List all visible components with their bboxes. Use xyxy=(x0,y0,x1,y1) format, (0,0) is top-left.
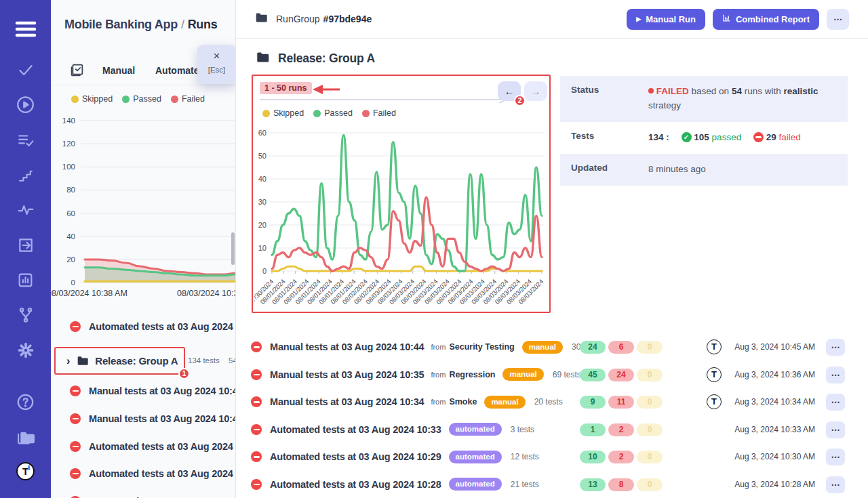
run-title[interactable]: Automated tests at 03 Aug 2024 10:29 xyxy=(270,451,441,462)
panel-scrollbar-thumb[interactable] xyxy=(231,232,235,265)
legend-label: Failed xyxy=(373,108,396,118)
run-row[interactable]: Automated tests at 03 Aug 2024 10:29 aut… xyxy=(251,443,845,471)
pulse-icon[interactable] xyxy=(0,199,51,222)
legend-item-failed[interactable]: Failed xyxy=(362,108,396,118)
gear-icon[interactable] xyxy=(0,339,51,362)
legend-item-passed[interactable]: Passed xyxy=(122,94,161,104)
run-more-button[interactable]: ⋯ xyxy=(826,476,845,493)
status-text: based on xyxy=(692,86,730,96)
run-type-badge: manual xyxy=(522,341,563,354)
run-more-button[interactable]: ⋯ xyxy=(826,449,845,465)
select-checklist-icon[interactable] xyxy=(70,63,84,80)
run-row[interactable]: Automated tests at 03 Aug 2024 10:33 aut… xyxy=(251,416,845,444)
play-circle-icon[interactable] xyxy=(0,93,51,116)
main-content: RunGroup #97bde94e ▶ Manual Run Combined… xyxy=(236,0,868,498)
sidebar-item-run[interactable]: Manual tests at 03 Aug 2024 10:42 xyxy=(70,411,236,427)
run-title[interactable]: Automated tests at 03 Aug 2024 10 xyxy=(89,441,236,452)
run-title[interactable]: Manual tests at 03 Aug 2024 10:43 xyxy=(89,386,236,396)
run-title[interactable]: Automated tests at 03 Aug 2024 10:28 xyxy=(270,479,441,490)
run-more-button[interactable]: ⋯ xyxy=(826,339,845,356)
run-title[interactable]: Automated tests at 03 Aug 2024 10 xyxy=(89,468,236,479)
manual-run-button[interactable]: ▶ Manual Run xyxy=(627,9,705,30)
run-more-button[interactable]: ⋯ xyxy=(826,421,845,438)
svg-text:0: 0 xyxy=(262,267,267,275)
release-group-highlight[interactable]: ›Release: Group A xyxy=(54,347,185,375)
sidebar-item-run[interactable]: Automated tests at 03 Aug 2024 10 xyxy=(70,438,236,455)
runs-overview-chart: 140120100806040200 xyxy=(51,107,236,289)
release-group-name: Release: Group A xyxy=(95,355,178,367)
folder-icon xyxy=(255,12,267,26)
failed-count-pill: 2 xyxy=(608,451,634,463)
release-group-title: Release: Group A xyxy=(278,51,375,66)
close-icon[interactable]: × xyxy=(197,50,236,62)
next-runs-button[interactable]: → xyxy=(524,81,547,101)
bar-chart-icon[interactable] xyxy=(0,268,51,291)
header-more-button[interactable]: ⋯ xyxy=(827,9,849,30)
steps-icon[interactable] xyxy=(0,164,51,187)
svg-text:140: 140 xyxy=(62,117,75,125)
run-tests-count: 69 tests xyxy=(553,370,581,379)
status-runs-count: 54 xyxy=(732,86,742,96)
header-actions: ▶ Manual Run Combined Report ⋯ xyxy=(627,9,849,30)
help-icon[interactable] xyxy=(0,390,51,413)
rungroup-header: RunGroup #97bde94e ▶ Manual Run Combined… xyxy=(236,0,868,39)
skipped-dot-icon xyxy=(71,96,79,103)
failed-count-pill: 6 xyxy=(608,341,634,354)
svg-text:20: 20 xyxy=(66,255,75,264)
svg-text:0: 0 xyxy=(71,278,75,287)
run-title[interactable]: Automated tests at 03 Aug 2024 10 xyxy=(89,321,236,332)
list-check-icon[interactable] xyxy=(0,129,51,152)
legend-item-skipped[interactable]: Skipped xyxy=(71,94,113,104)
run-timestamp: Aug 3, 2024 10:28 AM xyxy=(734,480,815,489)
run-title[interactable]: Manual tests at 03 Aug 2024 10:35 xyxy=(270,369,424,380)
legend-label: Skipped xyxy=(273,108,304,118)
run-title[interactable]: Manual tests at 03 Aug 2024 10:44 xyxy=(270,341,424,352)
run-row[interactable]: Manual tests at 03 Aug 2024 10:35 from R… xyxy=(251,361,845,389)
sidebar-item-run[interactable]: Manual tests at 03 Aug 2024 10:43 xyxy=(70,383,236,399)
tab-manual[interactable]: Manual xyxy=(102,65,135,76)
esc-close-popup[interactable]: × [Esc] xyxy=(197,45,236,84)
updated-row: Updated 8 minutes ago xyxy=(560,154,848,186)
run-title[interactable]: Manual tests at 03 Aug 2024 10:42 xyxy=(89,413,236,424)
failed-dot-icon xyxy=(171,96,178,103)
folder-icon[interactable] xyxy=(0,426,51,449)
sidebar-item-run[interactable]: Automated tests at 03 Aug 2024 10 xyxy=(70,465,236,482)
breadcrumb-project[interactable]: Mobile Banking App xyxy=(64,18,178,31)
sidebar-item-release-group[interactable]: ›Release: Group A134 tests54 r1 xyxy=(51,347,236,378)
run-from-label: from xyxy=(431,343,446,351)
check-icon[interactable] xyxy=(0,58,51,81)
chevron-right-icon[interactable]: › xyxy=(66,356,70,366)
run-title[interactable]: Manual tests at 03 Aug 2024 10:34 xyxy=(270,396,424,407)
legend-item-skipped[interactable]: Skipped xyxy=(262,108,304,118)
run-type-badge: automated xyxy=(449,423,502,436)
sign-in-icon[interactable] xyxy=(0,234,51,257)
sidebar-item-run[interactable]: Automated tests at 03 Aug 2024 1 xyxy=(70,493,236,498)
sidebar-item-run[interactable]: Automated tests at 03 Aug 2024 10 xyxy=(70,318,236,335)
runs-sidebar: Mobile Banking App/Runs Manual Automated… xyxy=(51,0,236,498)
run-list: Manual tests at 03 Aug 2024 10:44 from S… xyxy=(251,333,845,498)
mini-chart-x-label-end: 08/03/2024 10:39 xyxy=(177,289,236,298)
run-title[interactable]: Automated tests at 03 Aug 2024 10:33 xyxy=(270,424,441,435)
legend-item-failed[interactable]: Failed xyxy=(171,94,205,104)
tests-row: Tests 134 : 105 passed 29 failed xyxy=(560,122,848,154)
annotation-badge-1: 1 xyxy=(178,368,190,379)
git-branch-icon[interactable] xyxy=(0,304,51,327)
run-row[interactable]: Manual tests at 03 Aug 2024 10:44 from S… xyxy=(251,333,845,361)
failed-status-icon xyxy=(70,468,81,479)
combined-report-button[interactable]: Combined Report xyxy=(713,9,819,30)
folder-icon xyxy=(256,51,269,66)
passed-count-pill: 45 xyxy=(580,369,606,381)
legend-item-passed[interactable]: Passed xyxy=(313,108,353,118)
failed-status-icon xyxy=(251,341,262,352)
svg-text:60: 60 xyxy=(258,129,267,137)
run-row[interactable]: Manual tests at 03 Aug 2024 10:34 from S… xyxy=(251,388,845,416)
breadcrumb-separator: / xyxy=(178,18,188,31)
trend-chart-panel-highlighted: 1 - 50 runs ← → 2 SkippedPassedFailed 01… xyxy=(252,75,551,313)
svg-text:50: 50 xyxy=(258,152,267,160)
run-row[interactable]: Automated tests at 03 Aug 2024 10:28 aut… xyxy=(251,471,845,498)
tests-total: 134 : xyxy=(648,132,669,142)
menu-icon[interactable] xyxy=(0,18,51,41)
run-more-button[interactable]: ⋯ xyxy=(826,367,845,383)
run-more-button[interactable]: ⋯ xyxy=(826,394,845,411)
logo-icon[interactable]: T xyxy=(0,459,51,482)
